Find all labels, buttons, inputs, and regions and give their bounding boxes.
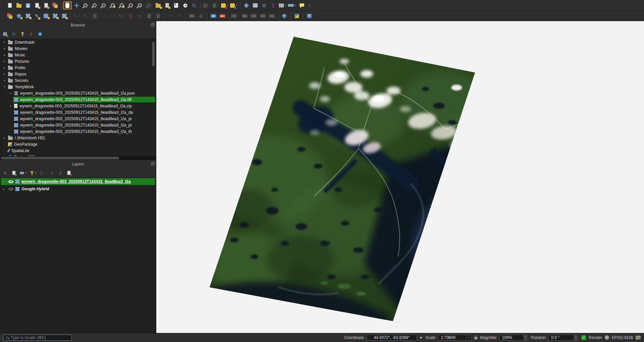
remove-layer-button[interactable] [65,169,73,176]
pan-to-selection-button[interactable] [72,1,81,9]
scale-input[interactable]: 1:73609 ▼ [438,335,472,341]
collapse-all-layers-button[interactable]: ⇧ [57,169,64,176]
current-edits-button[interactable]: ✎▼ [72,12,81,20]
add-group-button[interactable] [10,169,17,176]
expander-icon[interactable]: ▸ [2,41,7,44]
label-change-button[interactable]: abc [268,12,276,20]
select-features-by-value-button[interactable]: ▼ [211,1,220,9]
scale-dropdown-icon[interactable]: ▼ [466,335,471,340]
annotation-tool-button[interactable] [197,12,205,20]
properties-widget-button[interactable]: i [36,31,44,37]
dropdown-caret-icon[interactable]: ▼ [114,15,116,17]
field-calculator-button[interactable] [251,1,260,9]
manage-map-themes-button[interactable]: ▼ [19,169,28,176]
rotation-input[interactable]: 0.0 ° ▲▼ [548,335,579,341]
dropdown-caret-icon[interactable]: ▼ [313,4,315,6]
browser-item-wyvern-dragonette-003-20250912t143415-6ead[interactable]: wyvern_dragonette-003_20250912T143415_6e… [1,109,155,115]
project-open-button[interactable] [14,1,23,9]
filter-legend-button[interactable]: ▼ [29,169,37,176]
label-rotate-button[interactable]: abc [259,12,267,20]
browser-item-downloads[interactable]: ▸Downloads [1,39,155,45]
map-tips-button[interactable] [298,1,306,9]
expander-icon[interactable]: ▸ [2,53,7,56]
browser-item-spatialite[interactable]: SpatiaLite [1,147,155,154]
expander-icon[interactable]: ▾ [2,85,7,88]
new-shapefile-layer-button[interactable]: ✎ [33,12,41,20]
dropdown-caret-icon[interactable]: ▼ [217,4,219,6]
expander-icon[interactable]: ▸ [2,60,7,63]
label-options-button[interactable]: abc [187,12,196,20]
delete-selected-button[interactable] [126,12,135,20]
help-button[interactable]: ? [305,12,314,20]
run-feature-action-button[interactable]: ⚙▼ [307,1,315,9]
dropdown-caret-icon[interactable]: ▼ [294,4,297,6]
magnifier-input[interactable]: 100% ▲▼ [499,335,528,341]
toggle-editing-button[interactable]: ✎ [81,12,90,20]
temporal-controller-button[interactable] [181,1,190,9]
mouse-position-toggle-icon[interactable]: ➤ [419,335,424,340]
undo-button[interactable]: ↶ [166,12,175,20]
zoom-last-button[interactable]: ◂ [136,1,144,9]
layer-visible-icon[interactable] [8,180,13,183]
style-manager-button[interactable] [51,1,59,9]
expander-icon[interactable]: ▸ [2,66,7,69]
show-spatial-bookmarks-button[interactable] [163,1,171,9]
add-raster-layer-button[interactable] [23,12,32,20]
dropdown-caret-icon[interactable]: ▼ [104,15,106,17]
pan-map-button[interactable] [63,1,72,9]
browser-item-geopackage[interactable]: GeoPackage [1,141,155,147]
new-print-layout-button[interactable] [33,1,41,9]
locator-search-input[interactable]: Type to locate (⌘K) [3,335,72,341]
messages-icon[interactable] [636,336,641,339]
map-canvas[interactable] [156,21,644,333]
browser-item-movies[interactable]: ▸Movies [1,45,155,52]
zoom-to-layer-button[interactable] [117,1,126,9]
zoom-to-selection-button[interactable] [108,1,117,9]
add-vector-layer-button[interactable] [14,12,23,20]
expander-icon[interactable]: ▸ [1,188,6,191]
browser-vertical-scrollbar[interactable] [152,42,155,66]
expander-icon[interactable]: ▸ [2,136,7,139]
crs-status[interactable]: EPSG:4326 [612,335,633,340]
deselect-all-button[interactable]: ▼ [220,1,229,9]
paste-features-button[interactable] [154,12,162,20]
expander-icon[interactable]: ▸ [8,104,13,107]
browser-item-music[interactable]: ▸Music [1,52,155,58]
zoom-next-button[interactable]: ▸ [145,1,153,9]
processing-toolbox-button[interactable]: ⚙ [260,1,269,9]
layer-item-google-hybrid[interactable]: ▸Google Hybrid [1,185,155,193]
filter-browser-button[interactable] [19,31,26,37]
dropdown-caret-icon[interactable]: ▼ [123,15,125,17]
browser-item-tempwork[interactable]: ▾TempWork [1,84,155,90]
collapse-all-button[interactable]: ⇧ [28,31,35,37]
browser-item-wyvern-dragonette-003-20250912t143415-6ead[interactable]: wyvern_dragonette-003_20250912T143415_6e… [1,96,155,103]
rotation-spinner[interactable]: ▲▼ [574,335,578,340]
select-by-location-button[interactable]: ▼ [229,1,238,9]
dropdown-caret-icon[interactable]: ▼ [35,172,37,174]
dropdown-caret-icon[interactable]: ▼ [25,172,27,174]
redo-button[interactable]: ↷ [175,12,184,20]
float-panel-icon[interactable] [151,162,154,165]
dropdown-caret-icon[interactable]: ▼ [284,4,286,6]
filter-by-expression-button[interactable]: ▼ [39,169,47,176]
zoom-native-button[interactable]: 1:1 [126,1,135,9]
metasearch-button[interactable] [280,12,289,20]
float-panel-icon[interactable] [151,23,154,27]
zoom-out-button[interactable]: − [90,1,99,9]
coordinate-input[interactable]: 44.5072°, -63.8298° [367,335,417,341]
zoom-full-button[interactable]: ↔ [99,1,108,9]
layer-item-wyvern-dragonette-003-20250912t143415-6ead[interactable]: ▸wyvern_dragonette-003_20250912T143415_6… [1,178,155,185]
expander-icon[interactable]: ▸ [2,79,7,82]
lock-scale-icon[interactable] [474,337,477,339]
dropdown-caret-icon[interactable]: ▼ [226,4,228,6]
identify-features-button[interactable]: i [242,1,251,9]
add-selected-layers-button[interactable] [1,31,9,37]
new-virtual-layer-button[interactable] [60,12,68,20]
zoom-in-button[interactable]: + [81,1,90,9]
refresh-browser-button[interactable]: ↻ [10,31,17,37]
label-highlight-button[interactable]: abc [240,12,249,20]
browser-item-repos[interactable]: ▸Repos [1,71,155,77]
browser-item-secrets[interactable]: ▸Secrets [1,77,155,84]
browser-item-wyvern-dragonette-003-20250912t143415-6ead[interactable]: ▸wyvern_dragonette-003_20250912T143415_6… [1,103,155,109]
browser-item-wyvern-dragonette-003-20250912t143415-6ead[interactable]: wyvern_dragonette-003_20250912T143415_6e… [1,128,155,135]
